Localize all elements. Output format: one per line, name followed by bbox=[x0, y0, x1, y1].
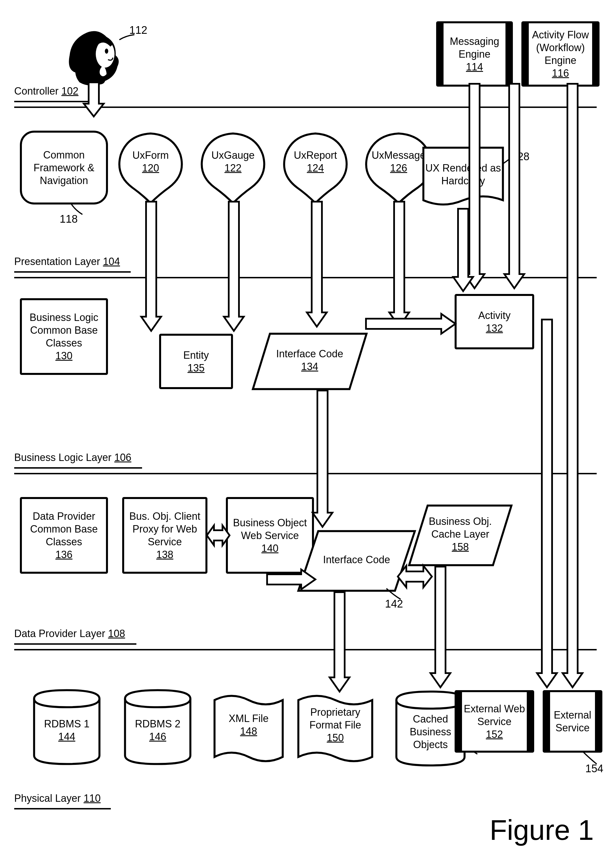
ext-web-service: External Web Service 152 bbox=[455, 690, 534, 753]
arrow-iface-prop bbox=[327, 589, 352, 694]
arrow-iface-activity bbox=[363, 311, 458, 337]
physical-label: Physical Layer 110 bbox=[14, 793, 101, 804]
architecture-diagram: Controller 102 Presentation Layer 104 Bu… bbox=[8, 8, 605, 846]
messaging-engine: Messaging Engine 114 bbox=[436, 21, 513, 86]
uxgauge-bubble: UxGauge122 bbox=[196, 131, 270, 204]
business-logic-line bbox=[14, 467, 142, 469]
entity-box: Entity 135 bbox=[159, 334, 233, 389]
controller-label: Controller 102 bbox=[14, 85, 79, 97]
data-provider-line bbox=[14, 643, 137, 645]
interface-code-bl: Interface Code134 bbox=[250, 331, 369, 392]
dp-base-classes: Data Provider Common Base Classes 136 bbox=[20, 497, 108, 574]
arrow-uxreport-down bbox=[304, 199, 330, 330]
arrow-proxy-ws bbox=[204, 523, 233, 548]
bl-base-classes: Business Logic Common Base Classes 130 bbox=[20, 298, 108, 375]
physical-line bbox=[14, 808, 111, 810]
xml-file: XML File148 bbox=[212, 692, 286, 766]
presentation-label: Presentation Layer 104 bbox=[14, 256, 120, 268]
user-icon bbox=[64, 21, 126, 86]
data-provider-label: Data Provider Layer 108 bbox=[14, 628, 125, 640]
presentation-line bbox=[14, 271, 131, 273]
arrow-workflow-activity bbox=[501, 81, 527, 291]
figure-title: Figure 1 bbox=[490, 814, 594, 846]
arrow-activity-extws bbox=[534, 317, 560, 690]
arrow-ws-iface bbox=[264, 567, 318, 592]
ext-service: External Service bbox=[543, 690, 602, 753]
cache-layer: Business Obj. Cache Layer158 bbox=[406, 503, 514, 568]
bus-obj-proxy: Bus. Obj. Client Proxy for Web Service 1… bbox=[122, 497, 207, 574]
activity-box: Activity 132 bbox=[455, 294, 534, 349]
arrow-user-down bbox=[81, 80, 107, 119]
arrow-cache-down bbox=[427, 564, 453, 690]
common-framework: Common Framework & Navigation bbox=[20, 131, 108, 204]
uxreport-bubble: UxReport124 bbox=[278, 131, 352, 204]
rdbms1-cyl: RDBMS 1144 bbox=[31, 687, 102, 767]
svg-point-1 bbox=[105, 49, 108, 54]
prop-file: Proprietary Format File150 bbox=[295, 692, 375, 766]
business-logic-label: Business Logic Layer 106 bbox=[14, 452, 131, 463]
workflow-engine: Activity Flow (Workflow) Engine 116 bbox=[522, 21, 600, 86]
arrow-uxform-down bbox=[138, 199, 164, 334]
arrow-uxgauge-down bbox=[221, 199, 247, 334]
arrow-iface-down bbox=[310, 388, 335, 530]
rdbms2-cyl: RDBMS 2146 bbox=[122, 687, 193, 767]
uxform-bubble: UxForm120 bbox=[114, 131, 187, 204]
arrow-workflow-extsvc bbox=[560, 81, 585, 690]
arrow-uxmessage-down bbox=[387, 199, 412, 330]
arrow-hardcopy-down bbox=[450, 206, 476, 294]
